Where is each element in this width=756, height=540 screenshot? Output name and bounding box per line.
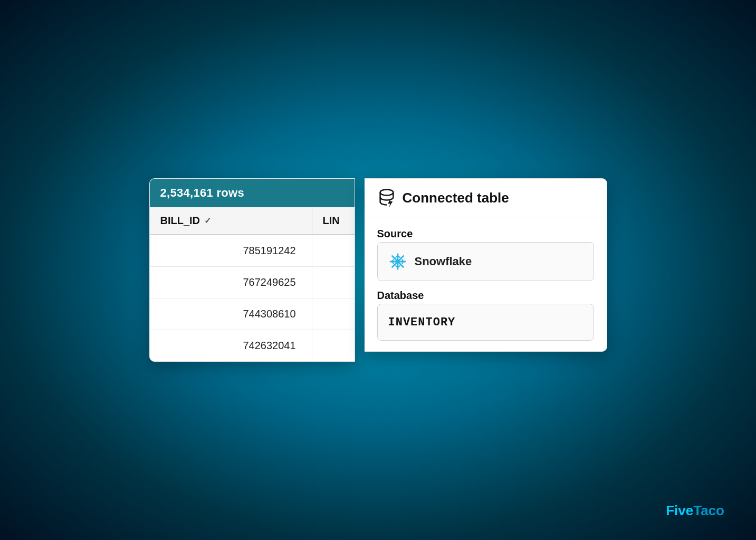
lin-label: LIN [323, 215, 340, 227]
connected-table-title: Connected table [403, 190, 509, 206]
branding: FiveTaco [666, 503, 724, 519]
main-container: 2,534,161 rows BILL_ID ✓ LIN 785191242 7… [149, 178, 607, 362]
bill-id-cell: 767249625 [150, 267, 312, 298]
database-name: INVENTORY [388, 316, 456, 329]
lin-cell [312, 235, 355, 266]
brand-taco: Taco [693, 503, 724, 518]
source-name: Snowflake [415, 255, 472, 268]
bill-id-cell: 744308610 [150, 298, 312, 330]
bill-id-cell: 742632041 [150, 330, 312, 361]
table-row: 744308610 [150, 298, 355, 330]
chevron-down-icon: ✓ [204, 216, 211, 226]
source-label: Source [377, 228, 594, 240]
database-lightning-icon [377, 188, 396, 207]
table-row: 785191242 [150, 235, 355, 267]
bill-id-label: BILL_ID [160, 215, 200, 227]
table-row: 742632041 [150, 330, 355, 361]
bill-id-column-header[interactable]: BILL_ID ✓ [150, 207, 312, 234]
database-label: Database [377, 290, 594, 302]
lin-cell [312, 330, 355, 361]
database-section: Database INVENTORY [377, 290, 594, 341]
data-rows: 785191242 767249625 744308610 742632041 [150, 235, 355, 361]
source-card[interactable]: Snowflake [377, 242, 594, 281]
connected-table-panel: Connected table Source [365, 178, 607, 352]
row-count-badge: 2,534,161 rows [150, 179, 355, 207]
lin-cell [312, 298, 355, 330]
lin-cell [312, 267, 355, 298]
brand-five: Five [666, 503, 693, 518]
data-table-panel: 2,534,161 rows BILL_ID ✓ LIN 785191242 7… [149, 178, 355, 362]
column-headers: BILL_ID ✓ LIN [150, 207, 355, 235]
lin-column-header: LIN [312, 207, 355, 234]
database-card[interactable]: INVENTORY [377, 304, 594, 341]
connected-table-header: Connected table [365, 179, 607, 217]
connected-table-body: Source [365, 217, 607, 351]
bill-id-cell: 785191242 [150, 235, 312, 266]
svg-point-0 [380, 189, 393, 195]
table-row: 767249625 [150, 267, 355, 298]
source-section: Source [377, 228, 594, 281]
brand-name: FiveTaco [666, 503, 724, 518]
snowflake-logo-icon [388, 252, 407, 271]
row-count-text: 2,534,161 rows [160, 186, 245, 199]
